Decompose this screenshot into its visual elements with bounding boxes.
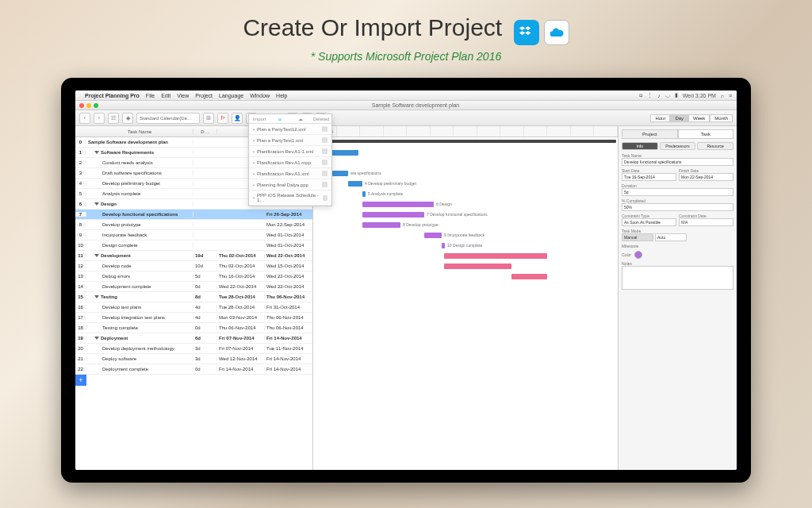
add-task-button[interactable]: + xyxy=(75,375,86,386)
toolbar-btn[interactable]: ◆ xyxy=(122,113,133,124)
clock[interactable]: Wed 3:20 PM xyxy=(683,93,716,98)
gantt-bar[interactable] xyxy=(511,274,547,279)
row-name[interactable]: Deploy software xyxy=(86,356,193,361)
row-name[interactable]: Develop test plans xyxy=(86,305,193,310)
mode-manual[interactable]: Manual xyxy=(622,233,653,241)
wifi-signal-icon[interactable]: ◡ xyxy=(665,92,670,98)
row-finish[interactable]: Wed 15-Oct-2014 xyxy=(265,264,312,268)
row-finish[interactable]: Wed 01-Oct-2014 xyxy=(265,243,312,248)
row-name[interactable]: Analysis complete xyxy=(86,191,193,196)
row-start[interactable]: Fri 07-Nov-2014 xyxy=(217,346,265,351)
table-row[interactable]: 20 Develop deployment methodology 3d Fri… xyxy=(75,344,312,354)
toolbar-btn[interactable]: ☷ xyxy=(108,113,119,124)
row-name[interactable]: Deployment xyxy=(86,336,193,341)
row-duration[interactable]: 3d xyxy=(193,346,217,351)
table-row[interactable]: 11 Development 19d Thu 02-Oct-2014 Wed 2… xyxy=(75,251,312,261)
row-start[interactable]: Tue 28-Oct-2014 xyxy=(217,294,265,299)
row-name[interactable]: Development xyxy=(86,253,193,258)
gantt-bar[interactable] xyxy=(362,212,424,217)
dropbox-status-icon[interactable]: ⧈ xyxy=(639,92,642,98)
row-finish[interactable]: Fri 14-Nov-2014 xyxy=(265,367,312,371)
gantt-bar[interactable] xyxy=(315,140,616,143)
gantt-bar[interactable] xyxy=(348,181,362,187)
table-row[interactable]: 15 Testing 8d Tue 28-Oct-2014 Thu 06-Nov… xyxy=(75,292,312,302)
row-start[interactable]: Thu 06-Nov-2014 xyxy=(217,325,265,330)
dd-tab-icloud[interactable]: ☁ xyxy=(290,114,311,123)
dropdown-item[interactable]: Planificacion Rev.A1.xml xyxy=(249,168,331,179)
row-duration[interactable]: 5d xyxy=(193,274,217,279)
row-name[interactable]: Software Requirements xyxy=(86,150,193,155)
col-name[interactable]: Task Name xyxy=(86,129,193,134)
search-icon[interactable]: ⌕ xyxy=(721,93,724,98)
volume-icon[interactable]: ♪ xyxy=(657,93,661,98)
row-name[interactable]: Testing complete xyxy=(86,325,193,330)
dd-tab-dropbox[interactable]: ⧈ xyxy=(270,114,290,123)
row-name[interactable]: Debug errors xyxy=(86,274,193,279)
row-name[interactable]: Sample Software development plan xyxy=(86,140,193,144)
gantt-chart[interactable]: Sep 2014 0 Sample Software d…are specifi… xyxy=(313,126,618,470)
table-row[interactable]: 14 Development complete 0d Wed 22-Oct-20… xyxy=(75,282,312,292)
menu-help[interactable]: Help xyxy=(276,93,287,98)
row-name[interactable]: Conduct needs analysis xyxy=(86,160,193,165)
toolbar-btn[interactable]: ⊞ xyxy=(203,113,214,124)
row-start[interactable]: Mon 03-Nov-2014 xyxy=(217,315,265,320)
table-row[interactable]: 12 Develop code 10d Thu 02-Oct-2014 Wed … xyxy=(75,261,312,271)
duration-input[interactable]: 5d xyxy=(622,188,733,196)
row-finish[interactable]: Fri 31-Oct-2014 xyxy=(265,305,312,310)
row-start[interactable]: Tue 28-Oct-2014 xyxy=(217,305,265,310)
gantt-bar[interactable] xyxy=(332,171,348,176)
row-start[interactable]: Thu 02-Oct-2014 xyxy=(217,264,265,268)
gantt-bar[interactable] xyxy=(424,233,442,238)
row-name[interactable]: Incorporate feedback xyxy=(86,233,193,237)
row-name[interactable]: Draft software specifications xyxy=(86,171,193,175)
complete-input[interactable]: 50% xyxy=(622,203,733,211)
table-row[interactable]: 21 Deploy software 3d Wed 12-Nov-2014 Fr… xyxy=(75,354,312,364)
menu-file[interactable]: File xyxy=(146,93,155,98)
constraint-type-input[interactable]: As Soon As Possible xyxy=(622,218,676,226)
row-start[interactable]: Thu 02-Oct-2014 xyxy=(217,253,265,258)
dropdown-item[interactable]: Plan a PartyTest1.xml xyxy=(249,135,331,146)
row-duration[interactable]: 19d xyxy=(193,253,217,258)
mode-auto[interactable]: Auto xyxy=(655,233,687,241)
task-name-input[interactable]: Develop functional specifications xyxy=(622,158,733,166)
row-name[interactable]: Develop deployment methodology xyxy=(86,346,193,351)
row-finish[interactable]: Wed 01-Oct-2014 xyxy=(265,233,312,237)
calendar-select[interactable]: Standard Calendar(De… xyxy=(136,113,200,124)
row-start[interactable]: Wed 22-Oct-2014 xyxy=(217,284,265,289)
row-duration[interactable]: 6d xyxy=(193,336,217,341)
row-start[interactable]: Thu 16-Oct-2014 xyxy=(217,274,265,279)
row-finish[interactable]: Thu 06-Nov-2014 xyxy=(265,325,312,330)
zoom-day[interactable]: Day xyxy=(670,114,688,122)
row-duration[interactable]: 0d xyxy=(193,325,217,330)
row-finish[interactable]: Tue 11-Nov-2014 xyxy=(265,346,312,351)
toolbar-btn[interactable]: 🏳 xyxy=(217,113,228,124)
battery-icon[interactable]: ▮ xyxy=(675,92,678,98)
row-duration[interactable]: 0d xyxy=(193,367,217,371)
col-duration[interactable]: D… xyxy=(193,129,217,134)
row-name[interactable]: Develop integration test plans xyxy=(86,315,193,320)
menu-language[interactable]: Language xyxy=(219,93,243,98)
menu-extras-icon[interactable]: ≡ xyxy=(729,93,732,98)
table-row[interactable]: 13 Debug errors 5d Thu 16-Oct-2014 Wed 2… xyxy=(75,271,312,282)
gantt-bar[interactable] xyxy=(444,264,511,269)
table-row[interactable]: 7 Develop functional specifications Fri … xyxy=(75,210,312,220)
row-finish[interactable]: Wed 22-Oct-2014 xyxy=(265,274,312,279)
menu-view[interactable]: View xyxy=(177,93,189,98)
row-name[interactable]: Develop preliminary budget xyxy=(86,181,193,186)
dropdown-item[interactable]: Planning final Dalya.ppp xyxy=(249,179,331,190)
gantt-bar[interactable] xyxy=(442,243,445,248)
row-finish[interactable]: Mon 22-Sep-2014 xyxy=(265,222,312,227)
dropdown-item[interactable]: Planificacion Rev.A1.mpp xyxy=(249,157,331,168)
row-finish[interactable]: Fri 14-Nov-2014 xyxy=(265,356,312,361)
tab-task[interactable]: Task xyxy=(678,129,734,139)
zoom-week[interactable]: Week xyxy=(688,114,710,122)
nav-back-button[interactable]: ‹ xyxy=(79,113,90,124)
row-name[interactable]: Design xyxy=(86,202,193,206)
row-finish[interactable]: Fri 26-Sep-2014 xyxy=(265,212,312,217)
row-name[interactable]: Development complete xyxy=(86,284,193,289)
row-duration[interactable]: 0d xyxy=(193,284,217,289)
table-row[interactable]: 10 Design complete Wed 01-Oct-2014 xyxy=(75,241,312,251)
row-finish[interactable]: Thu 06-Nov-2014 xyxy=(265,294,312,299)
row-start[interactable]: Wed 12-Nov-2014 xyxy=(217,356,265,361)
zoom-hour[interactable]: Hour xyxy=(650,114,670,122)
